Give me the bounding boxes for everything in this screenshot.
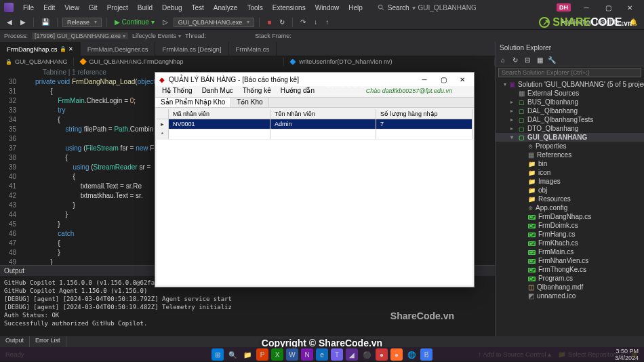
tab[interactable]: FrmMain.Designer.cs <box>81 42 156 56</box>
menu-view[interactable]: View <box>60 3 83 13</box>
menu-window[interactable]: Window <box>311 3 344 13</box>
menu-file[interactable]: File <box>19 3 38 13</box>
solution-tree[interactable]: ▾Solution 'GUI_QLBANHANG' (5 of 5 projec… <box>496 79 644 336</box>
taskbar-word[interactable]: W <box>286 348 298 361</box>
popup-datagrid[interactable]: Mã nhân viênTên Nhân ViênSố lượng hàng n… <box>157 109 472 285</box>
popup-menu-item[interactable]: Hướng dẫn <box>277 86 319 97</box>
tree-node[interactable]: FrmMain.cs <box>496 247 644 256</box>
save-button[interactable]: 💾 <box>39 18 52 26</box>
tab[interactable]: FrmDangNhap.cs 🔒 ✕ <box>0 42 81 56</box>
taskbar-start[interactable]: ⊞ <box>212 348 224 361</box>
menu-test[interactable]: Test <box>187 3 207 13</box>
tree-node[interactable]: Qlbanhang.mdf <box>496 283 644 291</box>
step-into[interactable]: ↓ <box>311 18 320 26</box>
popup-maximize[interactable]: ▢ <box>436 76 451 83</box>
collapse-icon[interactable]: ⊟ <box>523 55 532 64</box>
menu-tools[interactable]: Tools <box>243 3 266 13</box>
menu-extensions[interactable]: Extensions <box>268 3 310 13</box>
grid-header[interactable]: Tên Nhân Viên <box>270 109 376 119</box>
taskbar-onenote[interactable]: N <box>301 348 313 361</box>
taskbar-app2[interactable]: ● <box>390 348 403 361</box>
app-insights[interactable]: Application Insights <box>561 18 624 26</box>
tree-node[interactable]: External Sources <box>496 89 644 98</box>
step-over[interactable]: ↷ <box>298 18 308 26</box>
tab[interactable]: FrmMain.cs [Design] <box>155 42 228 56</box>
taskbar-chrome[interactable]: 🌐 <box>405 348 418 361</box>
tree-node[interactable]: ▸DTO_Qlbanhang <box>496 124 644 133</box>
minimize-button[interactable]: ─ <box>576 0 597 15</box>
menu-build[interactable]: Build <box>134 3 157 13</box>
tree-node[interactable]: FrmDangNhap.cs <box>496 212 644 221</box>
tree-node[interactable]: obj <box>496 186 644 195</box>
tree-node[interactable]: unnamed.ico <box>496 291 644 300</box>
tree-node[interactable]: FrmNhanVien.cs <box>496 256 644 265</box>
taskbar-edge[interactable]: e <box>316 348 328 361</box>
sync-icon[interactable]: ↻ <box>510 55 520 64</box>
lifecycle-label[interactable]: Lifecycle Events <box>132 33 181 39</box>
menu-git[interactable]: Git <box>85 3 102 13</box>
popup-menu-item[interactable]: Thống kê <box>239 86 275 97</box>
taskbar-github[interactable]: ⚫ <box>361 348 373 361</box>
user-badge[interactable]: DH <box>557 3 571 12</box>
output-tab[interactable]: Output <box>0 336 30 347</box>
tree-node[interactable]: Program.cs <box>496 274 644 283</box>
tree-node[interactable]: Resources <box>496 195 644 203</box>
tree-node[interactable]: Images <box>496 177 644 186</box>
home-icon[interactable]: ⌂ <box>498 55 508 64</box>
taskbar-explorer[interactable]: 📁 <box>241 348 254 361</box>
tree-node[interactable]: ▾GUI_QLBANHANG <box>496 133 644 142</box>
menu-help[interactable]: Help <box>344 3 367 13</box>
start-without-debug[interactable]: ▷ <box>160 18 171 26</box>
tree-node[interactable]: App.config <box>496 203 644 212</box>
taskbar-clock[interactable]: 3:50 PM3/4/2024 <box>615 348 639 361</box>
maximize-button[interactable]: ▢ <box>598 0 618 15</box>
taskbar-app1[interactable]: ● <box>376 348 388 361</box>
grid-row[interactable]: ▸NV0001Admin7 <box>157 119 472 129</box>
close-button[interactable]: ✕ <box>620 0 640 15</box>
taskbar-ppt[interactable]: P <box>256 348 268 361</box>
crumb-method[interactable]: writeUserInfor(DTO_NhanVien nv) <box>284 58 495 66</box>
grid-header[interactable]: Số lượng hàng nhập <box>376 109 472 119</box>
show-all-icon[interactable]: ▦ <box>535 55 544 64</box>
startup-project[interactable]: GUI_QLBANHANG.exe <box>174 18 255 27</box>
tree-node[interactable]: icon <box>496 168 644 177</box>
tree-node[interactable]: ▸DAL_Qlbanhang <box>496 106 644 115</box>
nav-fwd[interactable]: ▶ <box>18 18 28 26</box>
crumb-project[interactable]: GUI_QLBANHANG <box>0 58 74 66</box>
popup-menu-item[interactable]: Hệ Thống <box>158 86 197 97</box>
popup-menu-item[interactable]: Danh Mục <box>198 86 237 97</box>
taskbar-excel[interactable]: X <box>271 348 283 361</box>
popup-subtab[interactable]: Sản Phẩm Nhập Kho <box>155 98 231 107</box>
config-dropdown[interactable]: Release <box>62 18 102 27</box>
popup-subtab[interactable]: Tồn Kho <box>231 98 268 107</box>
solution-root[interactable]: ▾Solution 'GUI_QLBANHANG' (5 of 5 projec… <box>496 80 644 89</box>
tree-node[interactable]: FrmDoimk.cs <box>496 221 644 230</box>
nav-back[interactable]: ◀ <box>4 18 15 26</box>
restart-button[interactable]: ↻ <box>277 18 287 26</box>
tree-node[interactable]: References <box>496 150 644 159</box>
properties-icon[interactable]: 🔧 <box>547 55 557 64</box>
stop-button[interactable]: ■ <box>264 18 274 26</box>
popup-close[interactable]: ✕ <box>455 76 470 83</box>
search-box[interactable]: Search ▾ GUI_QLBANHANG <box>378 4 477 12</box>
crumb-class[interactable]: 🔶GUI_QLBANHANG.FrmDangNhap <box>74 58 285 66</box>
taskbar-teams[interactable]: T <box>331 348 343 361</box>
tree-node[interactable]: FrmThongKe.cs <box>496 265 644 274</box>
step-out[interactable]: ↑ <box>323 18 331 26</box>
grid-header[interactable]: Mã nhân viên <box>169 109 270 119</box>
tree-node[interactable]: FrmHang.cs <box>496 230 644 239</box>
output-tab[interactable]: Error List <box>30 336 66 347</box>
tree-node[interactable]: Properties <box>496 142 644 150</box>
process-dropdown[interactable]: [17996] GUI_QLBANHANG.exe <box>32 33 128 39</box>
se-search-input[interactable] <box>498 68 641 77</box>
tree-node[interactable]: FrmKhach.cs <box>496 239 644 247</box>
continue-button[interactable]: ▶ Continue ▾ <box>112 18 157 26</box>
tree-node[interactable]: ▸BUS_Qlbanhang <box>496 98 644 106</box>
tree-node[interactable]: ▸DAL_QlbanhangTests <box>496 115 644 124</box>
menu-analyze[interactable]: Analyze <box>209 3 242 13</box>
menu-project[interactable]: Project <box>103 3 132 13</box>
notifications-icon[interactable]: 🔔 <box>626 18 640 26</box>
menu-debug[interactable]: Debug <box>158 3 186 13</box>
taskbar-search[interactable]: 🔍 <box>226 348 239 361</box>
popup-minimize[interactable]: ─ <box>417 76 432 83</box>
